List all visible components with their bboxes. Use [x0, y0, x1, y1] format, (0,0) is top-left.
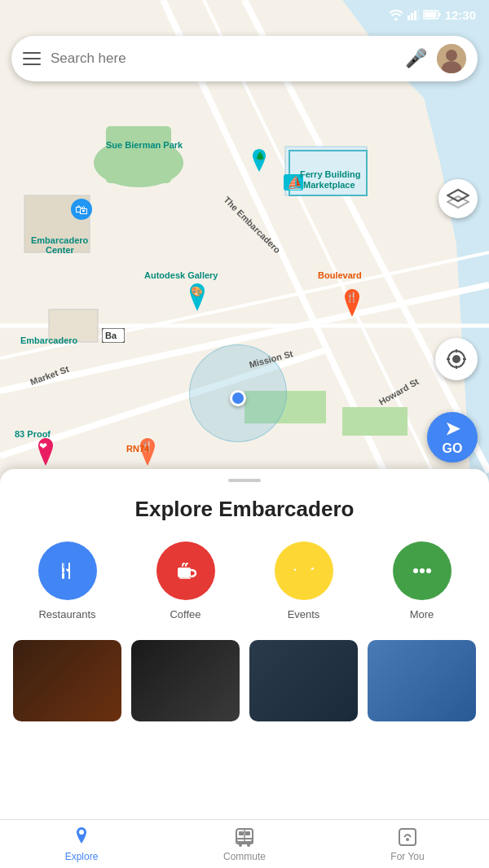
svg-rect-18 [106, 126, 171, 183]
svg-point-65 [420, 568, 425, 573]
thumbnail-2[interactable] [131, 640, 240, 721]
svg-point-62 [294, 572, 297, 576]
svg-text:🎨: 🎨 [191, 285, 203, 297]
thumbnail-3[interactable] [249, 640, 358, 721]
location-button[interactable] [435, 338, 478, 380]
svg-rect-71 [245, 831, 250, 835]
more-dots-icon [408, 556, 437, 585]
search-input[interactable] [51, 50, 395, 67]
foryou-nav-label: For You [390, 851, 424, 862]
svg-rect-24 [342, 407, 408, 436]
more-label: More [410, 608, 434, 620]
commute-nav-icon [233, 826, 256, 848]
explore-nav-icon [70, 826, 93, 848]
svg-rect-20 [49, 309, 98, 342]
commute-nav-label: Commute [223, 851, 266, 862]
svg-point-66 [426, 568, 431, 573]
svg-rect-58 [302, 568, 311, 571]
svg-point-38 [446, 50, 457, 61]
ticket-icon [289, 556, 319, 585]
go-button[interactable]: ➤ GO [427, 412, 478, 462]
my-location-icon [446, 349, 467, 370]
svg-point-67 [79, 830, 84, 835]
svg-text:🌲: 🌲 [255, 151, 266, 161]
thumbnail-4[interactable] [368, 640, 476, 721]
menu-button[interactable] [23, 52, 41, 65]
svg-text:🍴: 🍴 [346, 291, 358, 303]
explore-title: Explore Embarcadero [0, 497, 489, 522]
svg-rect-53 [178, 568, 191, 577]
user-location-dot [230, 390, 246, 406]
go-arrow-icon: ➤ [445, 419, 460, 440]
ferry-pin: ⛵ [282, 171, 305, 194]
nav-commute[interactable]: Commute [163, 826, 326, 862]
svg-text:⛵: ⛵ [287, 175, 303, 191]
status-bar: 12:30 [0, 0, 489, 29]
restaurants-circle [38, 541, 97, 600]
restaurants-label: Restaurants [38, 608, 95, 620]
category-grid: Restaurants Coffee [0, 541, 489, 620]
coffee-circle [156, 541, 215, 600]
signal-icon [408, 9, 419, 20]
foryou-nav-icon [396, 826, 419, 848]
nav-explore[interactable]: Explore [0, 826, 163, 862]
svg-rect-1 [408, 15, 410, 20]
svg-point-73 [247, 844, 250, 847]
more-circle [393, 541, 452, 600]
svg-rect-70 [239, 831, 244, 835]
status-icons: 12:30 [389, 8, 476, 22]
mic-icon[interactable]: 🎤 [405, 48, 427, 69]
layers-icon [447, 187, 469, 210]
svg-point-64 [413, 568, 418, 573]
embarcadero-pin: Ba [102, 328, 125, 343]
svg-text:❤: ❤ [39, 441, 47, 452]
category-coffee[interactable]: Coffee [126, 541, 244, 620]
gallery-pin: 🎨 [186, 283, 209, 311]
svg-rect-59 [302, 572, 311, 575]
category-events[interactable]: Events [244, 541, 363, 620]
svg-point-76 [406, 838, 409, 841]
battery-icon [423, 10, 441, 20]
svg-point-0 [394, 18, 398, 20]
svg-rect-57 [299, 568, 302, 575]
bottom-panel: Explore Embarcadero Restaurants [0, 469, 489, 819]
svg-text:🛍: 🛍 [75, 203, 88, 217]
bottom-nav: Explore Commute For You [0, 819, 489, 868]
status-time: 12:30 [445, 8, 476, 22]
svg-rect-4 [417, 9, 419, 20]
svg-rect-2 [411, 13, 413, 20]
category-more[interactable]: More [363, 541, 481, 620]
food-pin-rn74: 🍴 [136, 438, 159, 466]
coffee-label: Coffee [170, 608, 200, 620]
heart-pin: ❤ [34, 438, 57, 466]
svg-point-42 [452, 355, 460, 363]
food-pin-boulevard: 🍴 [341, 289, 363, 317]
category-restaurants[interactable]: Restaurants [8, 541, 126, 620]
svg-text:🍴: 🍴 [141, 440, 153, 452]
drag-handle[interactable] [228, 479, 261, 482]
svg-point-61 [294, 566, 297, 569]
map-layer-button[interactable] [438, 179, 478, 218]
nav-foryou[interactable]: For You [326, 826, 489, 862]
fork-knife-icon [53, 556, 82, 585]
svg-rect-3 [414, 11, 416, 20]
thumbnail-1[interactable] [13, 640, 121, 721]
svg-point-72 [239, 844, 242, 847]
explore-nav-label: Explore [65, 851, 99, 862]
coffee-icon [171, 556, 200, 585]
svg-rect-54 [179, 577, 191, 579]
svg-text:Ba: Ba [105, 331, 117, 340]
events-label: Events [288, 608, 320, 620]
svg-rect-50 [62, 572, 64, 579]
thumbnail-row [0, 640, 489, 721]
svg-rect-6 [438, 13, 440, 16]
svg-rect-7 [424, 12, 436, 18]
svg-point-60 [311, 569, 314, 572]
search-bar[interactable]: 🎤 [11, 36, 478, 81]
park-pin: 🌲 [249, 149, 269, 172]
shopping-pin: 🛍 [70, 198, 93, 221]
svg-rect-75 [399, 829, 416, 845]
go-label: GO [443, 441, 463, 456]
wifi-icon [389, 9, 403, 20]
user-avatar[interactable] [437, 44, 466, 73]
